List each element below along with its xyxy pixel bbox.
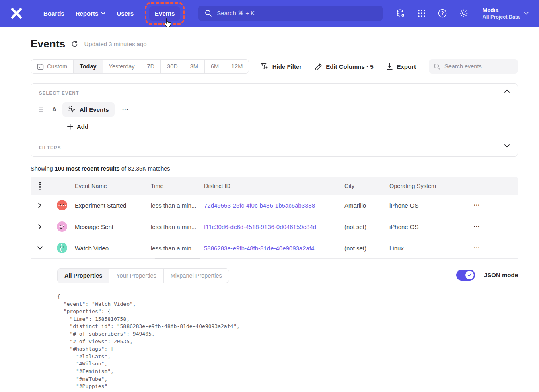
magic-cursor-icon bbox=[68, 105, 76, 113]
table-row-expanded[interactable]: Watch Video less than a min... 5886283e-… bbox=[31, 237, 518, 259]
date-option-6m[interactable]: 6M bbox=[205, 60, 225, 73]
query-builder-card: SELECT EVENT A All Events ••• Add FILTER… bbox=[31, 83, 518, 157]
table-row[interactable]: Message Sent less than a min... f11c30d6… bbox=[31, 216, 518, 237]
column-header-os[interactable]: Operating System bbox=[389, 183, 469, 189]
chevron-down-icon bbox=[101, 12, 105, 15]
nav-item-users[interactable]: Users bbox=[111, 6, 139, 21]
nav-item-label: Events bbox=[155, 10, 175, 17]
navbar-actions: ? Media All Project Data bbox=[396, 6, 529, 20]
help-icon[interactable]: ? bbox=[438, 8, 447, 18]
event-name: Watch Video bbox=[75, 245, 151, 252]
tab-all-properties[interactable]: All Properties bbox=[58, 269, 109, 283]
project-labels: Media All Project Data bbox=[483, 6, 520, 20]
expand-row-icon[interactable] bbox=[31, 200, 49, 210]
date-option-yesterday[interactable]: Yesterday bbox=[103, 60, 141, 73]
event-city: (not set) bbox=[344, 223, 389, 230]
collapse-row-icon[interactable] bbox=[31, 244, 49, 252]
column-header-event-name[interactable]: Event Name bbox=[75, 183, 151, 189]
results-prefix: Showing bbox=[31, 165, 55, 172]
tab-mixpanel-properties[interactable]: Mixpanel Properties bbox=[164, 269, 229, 283]
date-option-label: Custom bbox=[47, 63, 67, 70]
filters-section[interactable]: FILTERS bbox=[31, 139, 518, 156]
nav-item-boards[interactable]: Boards bbox=[38, 6, 70, 21]
event-selector-chip[interactable]: All Events bbox=[62, 102, 115, 117]
date-option-7d[interactable]: 7D bbox=[141, 60, 161, 73]
controls-row: Custom Today Yesterday 7D 30D 3M 6M 12M … bbox=[31, 59, 518, 74]
pencil-icon bbox=[315, 63, 322, 70]
event-avatar bbox=[49, 243, 75, 253]
date-option-12m[interactable]: 12M bbox=[225, 60, 249, 73]
edit-columns-button[interactable]: Edit Columns · 5 bbox=[315, 63, 373, 70]
event-time: less than a min... bbox=[151, 223, 204, 230]
updated-timestamp: Updated 3 minutes ago bbox=[84, 41, 146, 47]
tab-your-properties[interactable]: Your Properties bbox=[109, 269, 163, 283]
json-mode-toggle[interactable] bbox=[456, 270, 475, 281]
event-more-button[interactable]: ••• bbox=[120, 105, 131, 114]
project-subtitle: All Project Data bbox=[483, 14, 520, 20]
mixpanel-logo-icon[interactable] bbox=[10, 7, 23, 19]
date-option-30d[interactable]: 30D bbox=[161, 60, 184, 73]
data-management-icon[interactable] bbox=[396, 8, 405, 18]
svg-text:?: ? bbox=[441, 10, 444, 16]
primary-nav: Boards Reports Users Events bbox=[38, 2, 185, 25]
settings-gear-icon[interactable] bbox=[459, 8, 469, 18]
export-button[interactable]: Export bbox=[386, 63, 416, 70]
chevron-down-icon[interactable] bbox=[504, 144, 510, 148]
hide-filter-button[interactable]: Hide Filter bbox=[261, 63, 302, 70]
chevron-up-icon[interactable] bbox=[504, 89, 510, 93]
date-range-picker: Custom Today Yesterday 7D 30D 3M 6M 12M bbox=[31, 59, 249, 74]
row-more-button[interactable]: ••• bbox=[472, 243, 483, 252]
column-header-distinct-id[interactable]: Distinct ID bbox=[204, 183, 344, 189]
column-header-time[interactable]: Time bbox=[151, 183, 204, 189]
event-name: Message Sent bbox=[75, 223, 151, 230]
add-event-button[interactable]: Add bbox=[67, 123, 510, 130]
project-switcher[interactable]: Media All Project Data bbox=[483, 6, 529, 20]
row-more-button[interactable]: ••• bbox=[472, 201, 483, 210]
event-time: less than a min... bbox=[151, 202, 204, 209]
collapse-all-icon[interactable] bbox=[31, 182, 49, 190]
distinct-id-link[interactable]: 5886283e-e9fb-48fb-81de-40e9093a2af4 bbox=[204, 245, 344, 252]
expand-row-icon[interactable] bbox=[31, 222, 49, 232]
event-row: A All Events ••• bbox=[39, 102, 510, 117]
date-option-custom[interactable]: Custom bbox=[31, 60, 74, 73]
row-more-button[interactable]: ••• bbox=[472, 222, 483, 231]
nav-item-label: Users bbox=[117, 10, 134, 17]
results-count: 100 most recent results bbox=[55, 165, 120, 172]
chevron-down-icon bbox=[524, 12, 529, 15]
event-os: Linux bbox=[389, 245, 469, 252]
search-events-input[interactable]: Search events bbox=[429, 59, 518, 74]
table-row[interactable]: Experiment Started less than a min... 72… bbox=[31, 195, 518, 216]
event-city: Amarillo bbox=[344, 202, 389, 209]
funnel-plus-icon bbox=[261, 63, 269, 70]
page-title: Events bbox=[31, 38, 65, 50]
date-option-3m[interactable]: 3M bbox=[184, 60, 205, 73]
distinct-id-link[interactable]: f11c30d6-dc6d-4518-9136-0d046159c84d bbox=[204, 223, 344, 230]
page-header: Events Updated 3 minutes ago bbox=[31, 38, 518, 50]
results-suffix: of 82.35K matches bbox=[120, 165, 170, 172]
event-os: iPhone OS bbox=[389, 202, 469, 209]
nav-item-label: Boards bbox=[43, 10, 64, 17]
annotation-dashed-box: Events bbox=[145, 2, 185, 25]
select-event-section: SELECT EVENT A All Events ••• Add bbox=[31, 84, 518, 139]
event-avatar bbox=[49, 200, 75, 210]
json-mode-label: JSON mode bbox=[484, 272, 518, 279]
event-name: Experiment Started bbox=[75, 202, 151, 209]
table-toolbar: Hide Filter Edit Columns · 5 Export Sear… bbox=[261, 59, 518, 74]
column-header-city[interactable]: City bbox=[344, 183, 389, 189]
export-label: Export bbox=[397, 63, 416, 70]
event-city: (not set) bbox=[344, 245, 389, 252]
date-option-today[interactable]: Today bbox=[74, 60, 103, 73]
search-icon bbox=[434, 63, 440, 70]
global-search-input[interactable]: Search ⌘ + K bbox=[198, 6, 383, 21]
select-event-label: SELECT EVENT bbox=[39, 91, 510, 95]
table-header-row: Event Name Time Distinct ID City Operati… bbox=[31, 177, 518, 195]
toggle-knob bbox=[465, 271, 474, 279]
search-placeholder: Search ⌘ + K bbox=[217, 10, 255, 17]
apps-grid-icon[interactable] bbox=[417, 9, 426, 18]
event-selector-label: All Events bbox=[80, 106, 109, 113]
distinct-id-link[interactable]: 72d49553-25fc-4f0c-b436-1b5ac6ab3388 bbox=[204, 202, 344, 209]
drag-handle-icon[interactable] bbox=[39, 106, 43, 113]
nav-item-reports[interactable]: Reports bbox=[70, 6, 111, 21]
edit-columns-label: Edit Columns · 5 bbox=[326, 63, 373, 70]
refresh-icon[interactable] bbox=[71, 40, 78, 48]
